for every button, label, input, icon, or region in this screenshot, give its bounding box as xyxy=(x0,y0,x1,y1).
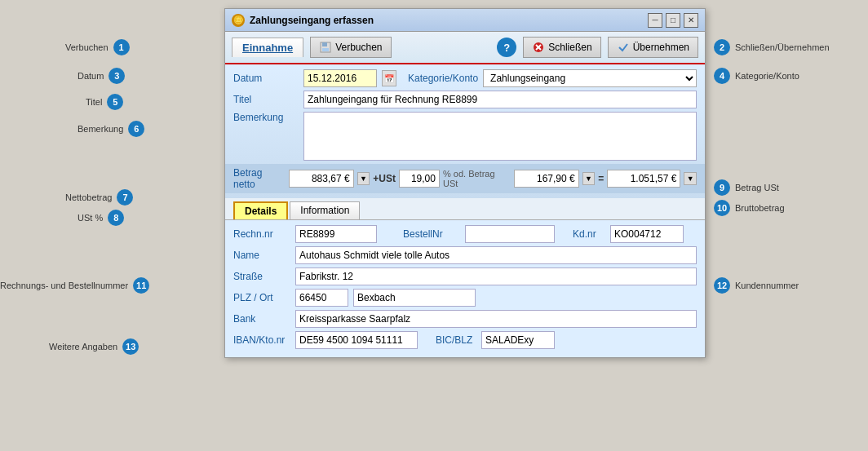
ust-plus: +USt xyxy=(373,173,396,184)
annotation-2: 2 Schließen/Übernehmen xyxy=(714,39,830,55)
brutto-btn[interactable]: ▼ xyxy=(684,172,697,185)
schliessen-button[interactable]: Schließen xyxy=(523,37,600,58)
tab-information[interactable]: Information xyxy=(290,201,360,219)
bank-row: Bank xyxy=(233,310,697,328)
annotation-1: Verbuchen 1 xyxy=(65,39,130,55)
annotation-12: 12 Kundennummer xyxy=(714,277,799,294)
minimize-button[interactable]: ─ xyxy=(648,13,662,28)
iban-input[interactable] xyxy=(295,331,418,349)
window-icon: 🪙 xyxy=(232,14,245,27)
strasse-input[interactable] xyxy=(295,268,697,285)
toolbar: Einnahme Verbuchen ? Schließen xyxy=(225,32,705,64)
name-label: Name xyxy=(233,250,290,261)
uebernehmen-button[interactable]: Übernehmen xyxy=(608,37,698,58)
name-input[interactable] xyxy=(295,246,697,264)
datum-label: Datum xyxy=(233,73,299,84)
annotation-11: Rechnungs- und Bestellnummer 11 xyxy=(0,277,149,294)
kategorie-label: Kategorie/Konto xyxy=(408,73,478,84)
plzort-label: PLZ / Ort xyxy=(233,292,290,303)
plzort-row: PLZ / Ort xyxy=(233,289,697,307)
annotation-4: 4 Kategorie/Konto xyxy=(714,68,799,84)
annotation-8: USt % 8 xyxy=(78,210,124,226)
check-icon xyxy=(617,41,630,54)
betrag-row: Betrag netto ▼ +USt % od. Betrag USt ▼ =… xyxy=(225,164,705,193)
titlebar-buttons: ─ □ ✕ xyxy=(648,13,698,28)
plz-input[interactable] xyxy=(295,289,348,307)
betrag-netto-input[interactable] xyxy=(289,170,354,188)
iban-label: IBAN/Kto.nr xyxy=(233,334,290,346)
titel-label: Titel xyxy=(233,94,299,105)
ort-input[interactable] xyxy=(353,289,476,307)
save-icon xyxy=(319,41,332,54)
bic-label: BIC/BLZ xyxy=(436,334,476,346)
kd-input[interactable] xyxy=(610,225,684,243)
form-area: Datum 📅 Kategorie/Konto Zahlungseingang … xyxy=(225,64,705,198)
titel-input[interactable] xyxy=(303,91,697,108)
strasse-label: Straße xyxy=(233,271,290,282)
kd-label: Kd.nr xyxy=(573,228,605,240)
window-title: Zahlungseingang erfassen xyxy=(250,15,374,26)
titel-row: Titel xyxy=(233,91,697,108)
verbuchen-button[interactable]: Verbuchen xyxy=(310,37,391,58)
annotation-7: Nettobetrag 7 xyxy=(65,189,133,206)
ust-percent-suffix: % od. Betrag USt xyxy=(443,169,511,188)
betrag-netto-label: Betrag netto xyxy=(233,167,286,190)
cancel-icon xyxy=(532,41,545,54)
rechn-row: Rechn.nr BestellNr Kd.nr xyxy=(233,225,697,243)
bank-input[interactable] xyxy=(295,310,697,328)
rechn-label: Rechn.nr xyxy=(233,228,290,240)
tabs-area: Details Information xyxy=(225,198,705,219)
brutto-input[interactable] xyxy=(607,170,680,188)
bic-input[interactable] xyxy=(481,331,555,349)
betrag-ust-input[interactable] xyxy=(514,170,579,188)
verbuchen-label: Verbuchen xyxy=(335,42,382,53)
ust-percent-input[interactable] xyxy=(399,170,440,188)
betrag-ust-btn[interactable]: ▼ xyxy=(582,172,596,185)
help-button[interactable]: ? xyxy=(497,38,516,57)
tab-bar: Details Information xyxy=(233,201,697,219)
name-row: Name xyxy=(233,246,697,264)
annotation-6: Bemerkung 6 xyxy=(78,121,144,137)
betrag-netto-btn[interactable]: ▼ xyxy=(357,172,370,185)
equals-sign: = xyxy=(598,173,604,184)
annotation-10: 10 Bruttobetrag xyxy=(714,200,785,216)
kategorie-select[interactable]: Zahlungseingang xyxy=(483,69,697,87)
svg-rect-1 xyxy=(322,42,327,46)
annotation-3: Datum 3 xyxy=(78,68,125,84)
iban-row: IBAN/Kto.nr BIC/BLZ xyxy=(233,331,697,349)
datum-row: Datum 📅 Kategorie/Konto Zahlungseingang xyxy=(233,69,697,87)
tab-einnahme[interactable]: Einnahme xyxy=(232,38,303,57)
strasse-row: Straße xyxy=(233,268,697,285)
bestell-label: BestellNr xyxy=(403,228,460,240)
uebernehmen-label: Übernehmen xyxy=(633,42,689,53)
schliessen-label: Schließen xyxy=(548,42,591,53)
calendar-button[interactable]: 📅 xyxy=(382,70,396,86)
details-panel: Rechn.nr BestellNr Kd.nr Name Straße PLZ… xyxy=(225,219,705,357)
annotation-13: Weitere Angaben 13 xyxy=(49,338,139,355)
tab-details[interactable]: Details xyxy=(233,201,288,219)
maximize-button[interactable]: □ xyxy=(666,13,680,28)
bemerkung-label: Bemerkung xyxy=(233,112,299,123)
bank-label: Bank xyxy=(233,313,290,325)
titlebar-left: 🪙 Zahlungseingang erfassen xyxy=(232,14,374,27)
rechn-input[interactable] xyxy=(295,225,377,243)
main-dialog: 🪙 Zahlungseingang erfassen ─ □ ✕ Einnahm… xyxy=(224,8,706,358)
annotation-9: 9 Betrag USt xyxy=(714,179,779,196)
close-button[interactable]: ✕ xyxy=(684,13,698,28)
titlebar: 🪙 Zahlungseingang erfassen ─ □ ✕ xyxy=(225,9,705,32)
bestell-input[interactable] xyxy=(465,225,555,243)
svg-rect-2 xyxy=(322,48,329,51)
datum-input[interactable] xyxy=(303,69,377,87)
annotation-5: Titel 5 xyxy=(86,94,123,110)
bemerkung-row: Bemerkung xyxy=(233,112,697,161)
bemerkung-textarea[interactable] xyxy=(303,112,697,161)
